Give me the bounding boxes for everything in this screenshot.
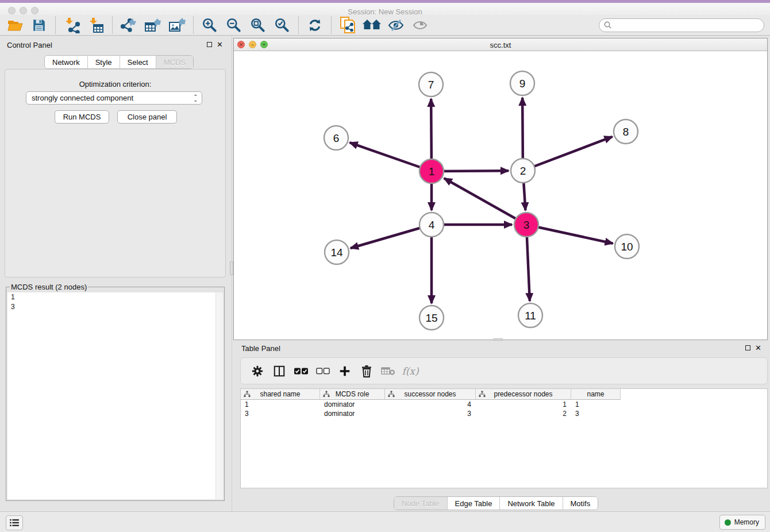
cell-successor-nodes[interactable]: 3 bbox=[385, 409, 476, 418]
task-history-button[interactable] bbox=[6, 515, 23, 530]
search-field[interactable] bbox=[599, 18, 764, 32]
column-header-shared-name[interactable]: shared name bbox=[241, 389, 320, 400]
hide-graphics-details-icon[interactable] bbox=[386, 16, 406, 34]
deselect-all-checkboxes-icon[interactable] bbox=[313, 363, 333, 380]
svg-text:3: 3 bbox=[523, 219, 530, 231]
graph-node-2[interactable]: 2 bbox=[511, 159, 535, 183]
export-network-icon[interactable] bbox=[118, 16, 139, 34]
svg-text:4: 4 bbox=[429, 219, 435, 231]
attribute-tree-icon bbox=[323, 391, 330, 398]
apply-layout-icon[interactable] bbox=[305, 16, 325, 34]
split-view-icon[interactable] bbox=[270, 363, 289, 380]
graph-node-14[interactable]: 14 bbox=[325, 240, 349, 264]
cell-shared-name[interactable]: 1 bbox=[241, 400, 320, 409]
attribute-tree-icon bbox=[479, 391, 486, 398]
tab-motifs[interactable]: Motifs bbox=[563, 497, 598, 510]
run-mcds-button[interactable]: Run MCDS bbox=[55, 110, 109, 124]
network-canvas[interactable]: 1234678910111415 bbox=[234, 51, 767, 340]
cell-name[interactable]: 1 bbox=[571, 400, 621, 409]
settings-gear-icon[interactable] bbox=[248, 363, 267, 380]
window-titlebar: Session: New Session bbox=[0, 3, 770, 15]
svg-text:11: 11 bbox=[525, 310, 536, 322]
import-table-icon[interactable] bbox=[86, 16, 106, 34]
table-panel-close-icon[interactable]: ✕ bbox=[755, 345, 761, 351]
function-builder-icon[interactable]: f(x) bbox=[401, 363, 420, 380]
result-scrollbar[interactable] bbox=[215, 292, 223, 499]
delete-table-icon[interactable] bbox=[379, 363, 398, 380]
table-panel-float-icon[interactable] bbox=[745, 345, 750, 350]
zoom-out-icon[interactable] bbox=[224, 16, 244, 34]
mcds-result-group: MCDS result (2 nodes) 1 3 bbox=[6, 283, 225, 501]
add-row-icon[interactable] bbox=[335, 363, 355, 380]
copy-network-view-icon[interactable] bbox=[337, 16, 358, 34]
table-toolbar: f(x) bbox=[240, 357, 768, 384]
table-panel-tabs: Node Table Edge Table Network Table Moti… bbox=[394, 496, 598, 510]
main-toolbar bbox=[0, 15, 770, 36]
tab-network-table[interactable]: Network Table bbox=[500, 497, 563, 510]
column-header-mcds-role[interactable]: MCDS role bbox=[320, 389, 385, 400]
graph-edge-3-1[interactable] bbox=[444, 178, 526, 225]
cell-predecessor-nodes[interactable]: 2 bbox=[476, 409, 571, 418]
search-input[interactable] bbox=[614, 20, 764, 31]
frame-resize-handle[interactable] bbox=[494, 338, 503, 341]
graph-edge-3-10[interactable] bbox=[526, 225, 613, 244]
memory-button[interactable]: Memory bbox=[719, 515, 765, 530]
svg-text:14: 14 bbox=[330, 246, 343, 259]
graph-edge-2-8[interactable] bbox=[523, 137, 613, 171]
show-all-network-views-icon[interactable] bbox=[361, 16, 382, 34]
graph-node-7[interactable]: 7 bbox=[419, 72, 443, 97]
mcds-result-textarea[interactable]: 1 3 bbox=[7, 292, 223, 499]
graph-node-1[interactable]: 1 bbox=[419, 159, 444, 183]
control-panel-close-icon[interactable]: ✕ bbox=[217, 41, 223, 48]
svg-text:2: 2 bbox=[520, 165, 526, 177]
graph-node-9[interactable]: 9 bbox=[510, 71, 534, 95]
cell-mcds-role[interactable]: dominator bbox=[320, 400, 385, 409]
cell-name[interactable]: 3 bbox=[571, 409, 621, 418]
export-image-icon[interactable] bbox=[167, 16, 187, 34]
table-row[interactable]: 1 dominator 4 1 1 bbox=[241, 400, 767, 409]
graph-node-10[interactable]: 10 bbox=[615, 234, 639, 259]
zoom-selected-icon[interactable] bbox=[272, 16, 292, 34]
optimization-criterion-select[interactable]: strongly connected component ⌃⌄ bbox=[26, 91, 202, 105]
show-graphics-details-icon[interactable] bbox=[410, 16, 430, 34]
export-table-icon[interactable] bbox=[143, 16, 163, 34]
attribute-tree-icon bbox=[244, 391, 251, 398]
column-header-predecessor-nodes[interactable]: predecessor nodes bbox=[476, 389, 571, 400]
memory-status-icon bbox=[725, 519, 731, 526]
graph-node-3[interactable]: 3 bbox=[514, 213, 538, 237]
graph-node-11[interactable]: 11 bbox=[518, 303, 542, 327]
mcds-panel: Optimization criterion: strongly connect… bbox=[5, 69, 226, 277]
column-header-successor-nodes[interactable]: successor nodes bbox=[385, 389, 476, 400]
svg-text:10: 10 bbox=[621, 241, 633, 253]
table-row[interactable]: 3 dominator 3 2 3 bbox=[241, 409, 767, 418]
cell-mcds-role[interactable]: dominator bbox=[320, 409, 385, 418]
graph-node-15[interactable]: 15 bbox=[419, 306, 444, 330]
select-all-checkboxes-icon[interactable] bbox=[291, 363, 311, 380]
svg-text:1: 1 bbox=[429, 165, 435, 178]
tab-network[interactable]: Network bbox=[45, 56, 88, 68]
cell-shared-name[interactable]: 3 bbox=[241, 409, 320, 418]
tab-node-table[interactable]: Node Table bbox=[394, 497, 448, 510]
tab-select[interactable]: Select bbox=[120, 56, 156, 68]
control-panel-title: Control Panel bbox=[7, 41, 52, 49]
cell-successor-nodes[interactable]: 4 bbox=[385, 400, 476, 409]
graph-node-8[interactable]: 8 bbox=[614, 119, 638, 144]
import-network-icon[interactable] bbox=[61, 16, 82, 34]
graph-edge-1-6[interactable] bbox=[350, 142, 432, 171]
tab-style[interactable]: Style bbox=[88, 56, 120, 68]
delete-row-trash-icon[interactable] bbox=[357, 363, 376, 380]
network-frame-titlebar[interactable]: ✕ − + scc.txt bbox=[234, 38, 767, 51]
zoom-fit-icon[interactable] bbox=[248, 16, 268, 34]
column-header-name[interactable]: name bbox=[571, 389, 621, 400]
tab-edge-table[interactable]: Edge Table bbox=[448, 497, 500, 510]
tab-mcds[interactable]: MCDS bbox=[156, 56, 193, 68]
zoom-in-icon[interactable] bbox=[199, 16, 220, 34]
graph-node-6[interactable]: 6 bbox=[324, 126, 348, 150]
toolbar-separator bbox=[112, 17, 113, 34]
graph-node-4[interactable]: 4 bbox=[419, 213, 444, 237]
cell-predecessor-nodes[interactable]: 1 bbox=[476, 400, 571, 409]
control-panel-float-icon[interactable] bbox=[207, 42, 212, 47]
close-panel-button[interactable]: Close panel bbox=[117, 110, 177, 124]
open-folder-icon[interactable] bbox=[5, 16, 25, 34]
save-session-icon[interactable] bbox=[29, 16, 49, 34]
